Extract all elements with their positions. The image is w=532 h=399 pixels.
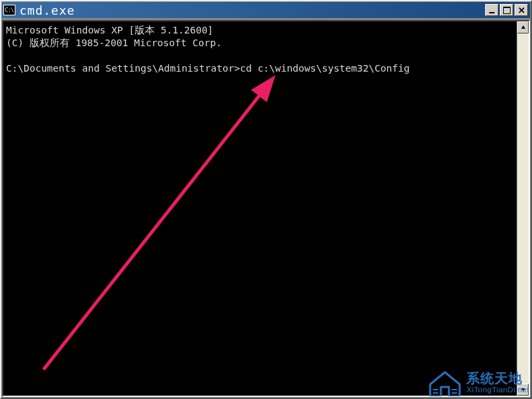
maximize-button[interactable] <box>500 4 513 16</box>
close-button[interactable]: ✕ <box>515 4 528 16</box>
app-icon: C:\ <box>3 5 15 15</box>
svg-marker-3 <box>521 388 525 392</box>
vertical-scrollbar[interactable] <box>517 21 529 396</box>
terminal-area: Microsoft Windows XP [版本 5.1.2600] (C) 版… <box>2 20 530 397</box>
window-controls: ✕ <box>485 4 528 16</box>
svg-marker-2 <box>521 25 525 29</box>
window-title: cmd.exe <box>19 3 485 17</box>
title-bar: C:\ cmd.exe ✕ <box>2 2 530 18</box>
command-input: cd c:\windows\system32\Config <box>240 63 409 74</box>
output-line: Microsoft Windows XP [版本 5.1.2600] <box>6 25 213 35</box>
scroll-down-button[interactable] <box>517 384 529 396</box>
chevron-down-icon <box>521 387 526 392</box>
scroll-track[interactable] <box>517 33 529 384</box>
chevron-up-icon <box>521 25 526 30</box>
scroll-up-button[interactable] <box>517 21 529 33</box>
minimize-button[interactable] <box>485 4 498 16</box>
prompt: C:\Documents and Settings\Administrator> <box>6 63 240 74</box>
arrow-annotation-icon <box>3 21 517 396</box>
output-line: (C) 版权所有 1985-2001 Microsoft Corp. <box>6 37 222 48</box>
terminal-output[interactable]: Microsoft Windows XP [版本 5.1.2600] (C) 版… <box>3 21 517 396</box>
svg-line-1 <box>44 80 271 370</box>
